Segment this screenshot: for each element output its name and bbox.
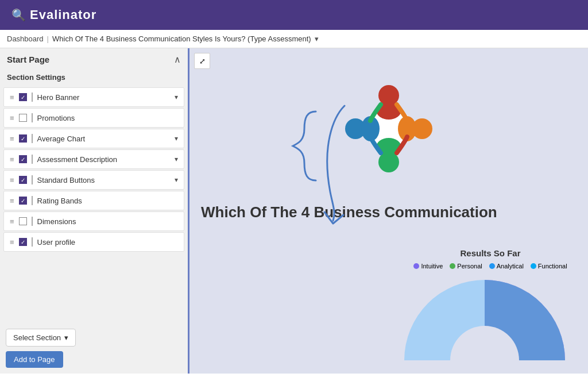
chevron-assessment-description[interactable]: ▾ xyxy=(175,155,178,163)
breadcrumb-dropdown-icon[interactable]: ▾ xyxy=(315,34,319,43)
sep-bar xyxy=(32,237,33,247)
checkbox-assessment-description[interactable] xyxy=(19,155,27,163)
section-item-user-profile[interactable]: ≡ User profile xyxy=(3,232,184,252)
item-label-rating-bands: Rating Bands xyxy=(37,197,178,205)
chart-title: Results So Far xyxy=(399,248,582,258)
legend-dot-functional xyxy=(531,263,536,269)
item-label-hero-banner: Hero Banner xyxy=(37,93,170,102)
sep-bar xyxy=(32,113,33,122)
sidebar-header: Start Page ∧ xyxy=(0,48,188,70)
legend-dot-analytical xyxy=(489,263,495,269)
add-to-page-button[interactable]: Add to Page xyxy=(6,351,63,368)
checkbox-hero-banner[interactable] xyxy=(19,93,27,101)
drag-icon: ≡ xyxy=(10,134,14,143)
section-item-hero-banner[interactable]: ≡ Hero Banner ▾ xyxy=(3,87,184,107)
checkbox-dimensions[interactable] xyxy=(19,217,27,225)
drag-icon: ≡ xyxy=(10,197,14,205)
section-item-average-chart[interactable]: ≡ Average Chart ▾ xyxy=(3,129,184,148)
legend-label-intuitive: Intuitive xyxy=(421,263,443,270)
breadcrumb-home[interactable]: Dashboard xyxy=(7,34,44,43)
preview-title: Which Of The 4 Business Communication xyxy=(189,192,588,221)
section-item-standard-buttons[interactable]: ≡ Standard Buttons ▾ xyxy=(3,170,184,190)
drag-icon: ≡ xyxy=(10,238,14,247)
section-settings-label: Section Settings xyxy=(0,70,188,86)
sep-bar xyxy=(32,93,33,102)
donut-chart-svg xyxy=(399,274,571,366)
drag-icon: ≡ xyxy=(10,93,14,102)
checkbox-rating-bands[interactable] xyxy=(19,197,27,205)
people-logo-svg xyxy=(326,66,452,192)
drag-icon: ≡ xyxy=(10,217,14,226)
chevron-average-chart[interactable]: ▾ xyxy=(175,134,178,143)
sep-bar xyxy=(32,155,33,164)
legend-label-functional: Functional xyxy=(538,263,567,270)
chevron-hero-banner[interactable]: ▾ xyxy=(175,93,178,101)
legend-item-intuitive: Intuitive xyxy=(413,263,443,270)
section-item-assessment-description[interactable]: ≡ Assessment Description ▾ xyxy=(3,149,184,169)
sidebar-footer: Select Section ▾ Add to Page xyxy=(0,323,188,374)
legend-label-personal: Personal xyxy=(457,263,482,270)
breadcrumb-separator: | xyxy=(47,34,49,43)
legend-label-analytical: Analytical xyxy=(497,263,524,270)
select-section-button[interactable]: Select Section ▾ xyxy=(6,329,76,347)
logo: 🔍 Evalinator xyxy=(11,7,96,22)
expand-button[interactable]: ⤢ xyxy=(194,53,210,69)
item-label-standard-buttons: Standard Buttons xyxy=(37,176,170,184)
sep-bar xyxy=(32,175,33,184)
preview-title-text: Which Of The 4 Business Communication xyxy=(201,203,497,221)
sep-bar xyxy=(32,134,33,143)
legend-dot-intuitive xyxy=(413,263,419,269)
checkbox-promotions[interactable] xyxy=(19,114,27,122)
chevron-standard-buttons[interactable]: ▾ xyxy=(175,176,178,184)
drag-icon: ≡ xyxy=(10,155,14,164)
drag-icon: ≡ xyxy=(10,176,14,184)
checkbox-standard-buttons[interactable] xyxy=(19,176,27,184)
checkbox-average-chart[interactable] xyxy=(19,134,27,143)
legend-dot-personal xyxy=(450,263,455,269)
section-item-rating-bands[interactable]: ≡ Rating Bands xyxy=(3,191,184,210)
sep-bar xyxy=(32,217,33,226)
main-layout: Start Page ∧ Section Settings ≡ Hero Ban… xyxy=(0,48,588,374)
header: 🔍 Evalinator xyxy=(0,0,588,30)
item-label-assessment-description: Assessment Description xyxy=(37,155,170,164)
section-items-list: ≡ Hero Banner ▾ ≡ Promotions ≡ Average C… xyxy=(0,86,188,253)
section-item-dimensions[interactable]: ≡ Dimensions xyxy=(3,211,184,231)
sep-bar xyxy=(32,196,33,205)
checkbox-user-profile[interactable] xyxy=(19,238,27,246)
item-label-user-profile: User profile xyxy=(37,238,178,247)
item-label-promotions: Promotions xyxy=(37,114,178,122)
legend-item-personal: Personal xyxy=(450,263,482,270)
logo-text: Evalinator xyxy=(30,7,96,22)
select-section-label: Select Section xyxy=(13,333,61,342)
preview-logo-area xyxy=(189,48,588,192)
item-label-dimensions: Dimensions xyxy=(37,217,178,226)
logo-icon: 🔍 xyxy=(11,8,26,22)
drag-icon: ≡ xyxy=(10,114,14,122)
breadcrumb: Dashboard | Which Of The 4 Business Comm… xyxy=(0,30,588,48)
breadcrumb-current: Which Of The 4 Business Communication St… xyxy=(52,34,311,43)
chart-legend: Intuitive Personal Analytical Functional xyxy=(399,263,582,270)
preview-chart-area: Results So Far Intuitive Personal Analyt… xyxy=(393,243,588,374)
sidebar: Start Page ∧ Section Settings ≡ Hero Ban… xyxy=(0,48,189,374)
content-preview: ⤢ xyxy=(189,48,588,374)
legend-item-functional: Functional xyxy=(531,263,567,270)
sidebar-title: Start Page xyxy=(7,55,49,64)
legend-item-analytical: Analytical xyxy=(489,263,524,270)
section-item-promotions[interactable]: ≡ Promotions xyxy=(3,108,184,128)
sidebar-collapse-button[interactable]: ∧ xyxy=(174,54,181,65)
select-section-chevron: ▾ xyxy=(64,333,68,342)
item-label-average-chart: Average Chart xyxy=(37,134,170,143)
